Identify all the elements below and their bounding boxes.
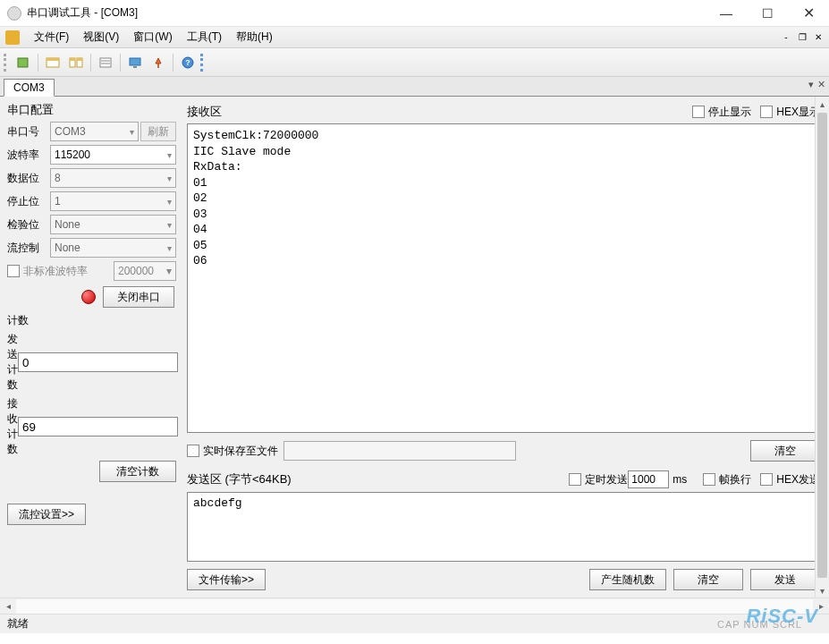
title-bar: 串口调试工具 - [COM3] — ☐ ✕ (0, 0, 829, 27)
chevron-down-icon: ▾ (167, 243, 172, 253)
send-textarea[interactable]: abcdefg (187, 492, 820, 562)
baud-select[interactable]: 115200▾ (50, 145, 176, 165)
toolbar-window1-icon[interactable] (42, 52, 63, 73)
databits-label: 数据位 (7, 171, 50, 186)
toolbar-monitor-icon[interactable] (124, 52, 146, 73)
timed-send-checkbox[interactable]: 定时发送 (569, 472, 628, 487)
app-icon (7, 6, 21, 21)
svg-rect-0 (18, 58, 28, 67)
content-area: 串口配置 串口号 COM3▾ 刷新 波特率 115200▾ 数据位 8▾ 停止位… (0, 97, 829, 597)
horizontal-scrollbar[interactable]: ◂ ▸ (0, 597, 829, 614)
toolbar-window2-icon[interactable] (65, 52, 87, 73)
stopbits-select[interactable]: 1▾ (50, 191, 176, 211)
counts-group-title: 计数 (7, 313, 176, 328)
toolbar-grip-icon (4, 54, 9, 72)
menu-view[interactable]: 视图(V) (76, 30, 126, 45)
svg-rect-2 (47, 58, 59, 61)
toolbar-list-icon[interactable] (95, 52, 116, 73)
svg-rect-7 (100, 58, 111, 67)
watermark-text: RiSC-V (746, 605, 818, 628)
chevron-down-icon: ▾ (167, 150, 172, 160)
nonstd-label: 非标准波特率 (23, 264, 114, 279)
toolbar-help-icon[interactable]: ? (177, 52, 199, 73)
menu-window[interactable]: 窗口(W) (126, 30, 179, 45)
chevron-down-icon: ▾ (167, 220, 172, 230)
menu-tools[interactable]: 工具(T) (180, 30, 229, 45)
stop-display-checkbox[interactable]: 停止显示 (692, 105, 751, 120)
refresh-button[interactable]: 刷新 (140, 122, 176, 141)
port-label: 串口号 (7, 124, 50, 140)
mdi-controls: - ❐ ✕ (779, 31, 825, 44)
clear-count-button[interactable]: 清空计数 (99, 461, 176, 482)
send-title: 发送区 (字节<64KB) (187, 471, 292, 487)
hex-display-checkbox[interactable]: HEX显示 (760, 105, 820, 120)
svg-rect-10 (130, 58, 140, 65)
mdi-minimize-button[interactable]: - (779, 31, 793, 44)
recv-count-input[interactable] (18, 417, 178, 436)
baud-label: 波特率 (7, 148, 50, 163)
send-count-label: 发送计数 (7, 332, 18, 393)
recv-textarea[interactable]: SystemClk:72000000 IIC Slave mode RxData… (187, 123, 820, 433)
port-select[interactable]: COM3▾ (50, 122, 139, 141)
chevron-down-icon: ▾ (167, 174, 172, 183)
mdi-close-button[interactable]: ✕ (811, 31, 825, 44)
ms-label: ms (673, 473, 687, 486)
close-button[interactable]: ✕ (788, 0, 829, 27)
chevron-down-icon: ▾ (166, 265, 172, 277)
close-port-button[interactable]: 关闭串口 (103, 286, 174, 308)
hex-send-checkbox[interactable]: HEX发送 (760, 472, 820, 487)
interval-input[interactable] (628, 470, 669, 488)
svg-text:?: ? (185, 58, 190, 67)
send-count-input[interactable] (18, 352, 178, 372)
menu-bar: 文件(F) 视图(V) 窗口(W) 工具(T) 帮助(H) - ❐ ✕ (0, 27, 829, 48)
tab-close-icon[interactable]: ✕ (817, 79, 825, 90)
recv-count-label: 接收计数 (7, 396, 18, 457)
minimize-button[interactable]: — (706, 0, 747, 27)
menu-help[interactable]: 帮助(H) (229, 30, 280, 45)
menubar-app-icon (5, 30, 20, 45)
save-path-input[interactable] (283, 441, 516, 461)
toolbar-grip2-icon (200, 54, 206, 72)
nonstd-input[interactable]: 200000▾ (114, 261, 176, 281)
status-bar: 就绪 CAP NUM SCRL (0, 614, 829, 633)
flow-label: 流控制 (7, 241, 50, 256)
scroll-thumb[interactable] (817, 113, 827, 578)
save-to-file-checkbox[interactable]: 实时保存至文件 (187, 444, 278, 459)
scroll-left-icon[interactable]: ◂ (0, 598, 16, 614)
tab-bar: COM3 ▾ ✕ (0, 77, 829, 97)
vertical-scrollbar[interactable]: ▴ ▾ (815, 97, 829, 597)
config-panel: 串口配置 串口号 COM3▾ 刷新 波特率 115200▾ 数据位 8▾ 停止位… (0, 97, 183, 597)
flow-select[interactable]: None▾ (50, 238, 176, 258)
recv-title: 接收区 (187, 104, 683, 120)
scroll-down-icon[interactable]: ▾ (816, 583, 829, 597)
parity-select[interactable]: None▾ (50, 215, 176, 234)
databits-select[interactable]: 8▾ (50, 168, 176, 188)
toolbar-new-icon[interactable] (13, 52, 34, 73)
flow-settings-button[interactable]: 流控设置>> (7, 504, 86, 525)
config-group-title: 串口配置 (7, 102, 176, 118)
connection-status-icon (81, 290, 96, 304)
scroll-up-icon[interactable]: ▴ (816, 97, 829, 111)
toolbar-pin-icon[interactable] (148, 52, 169, 73)
file-transfer-button[interactable]: 文件传输>> (187, 569, 266, 590)
nonstd-checkbox[interactable] (7, 265, 20, 277)
recv-clear-button[interactable]: 清空 (750, 440, 820, 462)
main-panel: 接收区 停止显示 HEX显示 SystemClk:72000000 IIC Sl… (183, 97, 829, 597)
maximize-button[interactable]: ☐ (747, 0, 788, 27)
frame-wrap-checkbox[interactable]: 帧换行 (703, 472, 751, 487)
chevron-down-icon: ▾ (167, 197, 172, 207)
random-button[interactable]: 产生随机数 (589, 569, 666, 590)
chevron-down-icon: ▾ (130, 127, 134, 137)
svg-rect-11 (133, 66, 137, 68)
window-controls: — ☐ ✕ (706, 0, 829, 27)
tab-dropdown-icon[interactable]: ▾ (808, 79, 814, 90)
svg-rect-6 (77, 58, 82, 61)
menu-file[interactable]: 文件(F) (27, 30, 76, 45)
send-clear-button[interactable]: 清空 (673, 569, 743, 590)
svg-marker-12 (156, 58, 161, 68)
stopbits-label: 停止位 (7, 194, 50, 209)
tab-com3[interactable]: COM3 (4, 79, 55, 97)
mdi-restore-button[interactable]: ❐ (795, 31, 809, 44)
window-title: 串口调试工具 - [COM3] (27, 5, 706, 21)
send-button[interactable]: 发送 (750, 569, 820, 590)
